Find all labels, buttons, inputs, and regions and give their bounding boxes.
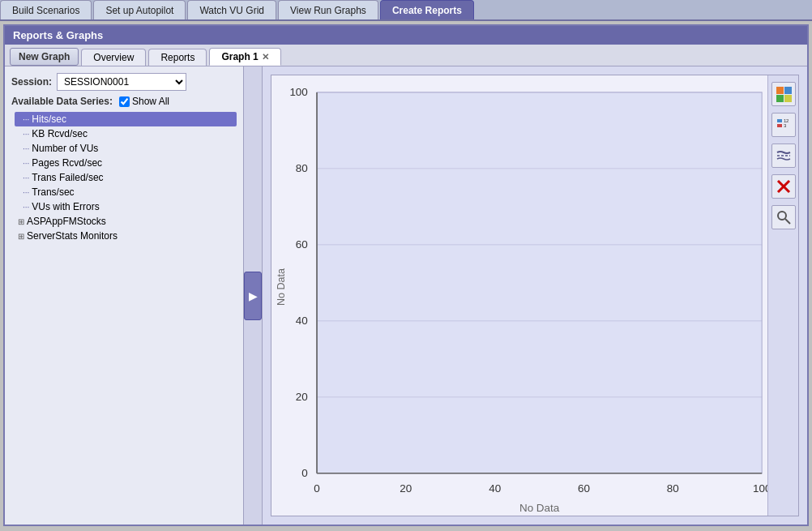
svg-line-36 [785,219,790,224]
svg-point-35 [778,212,786,220]
tree-item-kb-rcvd[interactable]: ··· KB Rcvd/sec [15,126,237,141]
tab-overview[interactable]: Overview [81,49,146,66]
svg-rect-25 [784,87,792,94]
svg-text:40: 40 [296,315,308,326]
svg-text:40: 40 [489,482,501,494]
show-all-check[interactable]: Show All [119,96,169,107]
tab-watch-vu-grid[interactable]: Watch VU Grid [187,0,276,19]
legend-button[interactable]: 1 2 3 [771,113,796,137]
body-layout: Session: SESSION0001 Available Data Seri… [5,66,807,525]
tree-item-server-stats[interactable]: ⊞ ServerStats Monitors [15,229,237,243]
svg-text:2: 2 [786,118,789,123]
tree-item-trans-sec[interactable]: ··· Trans/sec [15,185,237,199]
svg-text:100: 100 [289,86,307,97]
svg-rect-28 [777,119,782,122]
svg-text:80: 80 [667,482,679,494]
session-label: Session: [11,76,52,88]
panel-title: Reports & Graphs [5,26,807,45]
session-select[interactable]: SESSION0001 [57,73,186,91]
tree-dot: ··· [23,144,29,153]
tree-dot: ··· [23,173,29,182]
data-series-header: Available Data Series: Show All [11,96,237,107]
tree-dot: ··· [23,159,29,168]
tree-item-pages-rcvd[interactable]: ··· Pages Rcvd/sec [15,156,237,170]
right-toolbar: 1 2 3 [767,75,798,516]
session-row: Session: SESSION0001 [11,73,237,91]
svg-text:3: 3 [784,123,787,128]
svg-text:80: 80 [296,162,308,173]
graph-area: Graph 1 [263,66,807,525]
tree-item-vus-errors[interactable]: ··· VUs with Errors [15,199,237,214]
tab-view-run-graphs[interactable]: View Run Graphs [278,0,378,19]
expand-icon-server: ⊞ [18,232,24,241]
svg-rect-32 [777,124,782,127]
tree-item-trans-failed[interactable]: ··· Trans Failed/sec [15,170,237,185]
sub-tab-bar: New Graph Overview Reports Graph 1 ✕ [5,45,807,66]
new-graph-button[interactable]: New Graph [10,48,79,66]
show-all-checkbox[interactable] [119,96,130,107]
tree-dot: ··· [23,115,29,124]
search-button[interactable] [771,205,796,229]
svg-text:0: 0 [301,467,307,478]
svg-rect-1 [317,92,762,473]
tab-create-reports[interactable]: Create Reports [380,0,474,19]
tree-item-hits-sec[interactable]: ··· Hits/sec [15,112,237,126]
svg-text:No Data: No Data [519,502,560,513]
expand-panel: ▶ [244,66,263,525]
tab-build-scenarios[interactable]: Build Scenarios [0,0,92,19]
tree-item-num-vus[interactable]: ··· Number of VUs [15,141,237,156]
tab-graph1[interactable]: Graph 1 ✕ [209,48,280,66]
svg-text:20: 20 [400,482,412,494]
tree-dot: ··· [23,130,29,139]
svg-rect-24 [776,87,784,94]
svg-text:60: 60 [578,482,590,494]
main-area: Reports & Graphs New Graph Overview Repo… [3,24,809,526]
svg-rect-26 [776,95,784,102]
delete-button[interactable] [771,174,796,199]
svg-rect-27 [784,95,792,102]
svg-text:20: 20 [296,391,308,402]
expand-icon-asp: ⊞ [18,217,24,226]
top-tab-bar: Build Scenarios Set up Autopilot Watch V… [0,0,812,21]
tree-list: ··· Hits/sec ··· KB Rcvd/sec ··· Number … [11,112,237,243]
tab-reports[interactable]: Reports [148,49,207,66]
data-series-label: Available Data Series: [11,96,113,107]
svg-text:60: 60 [296,238,308,250]
tab-graph1-close[interactable]: ✕ [262,52,269,62]
tree-dot: ··· [23,188,29,197]
left-panel: Session: SESSION0001 Available Data Seri… [5,66,244,525]
expand-button[interactable]: ▶ [244,272,262,320]
tab-set-up-autopilot[interactable]: Set up Autopilot [93,0,186,19]
color-mode-button[interactable] [771,82,796,106]
svg-text:No Data: No Data [274,268,287,306]
chart-svg: 100 80 60 40 20 0 0 20 40 60 80 100 No D… [271,75,798,516]
svg-text:0: 0 [314,482,319,494]
tree-item-asp-app[interactable]: ⊞ ASPAppFMStocks [15,214,237,229]
line-style-button[interactable] [771,143,796,168]
graph-container: Graph 1 [271,75,799,516]
tree-dot: ··· [23,203,29,212]
